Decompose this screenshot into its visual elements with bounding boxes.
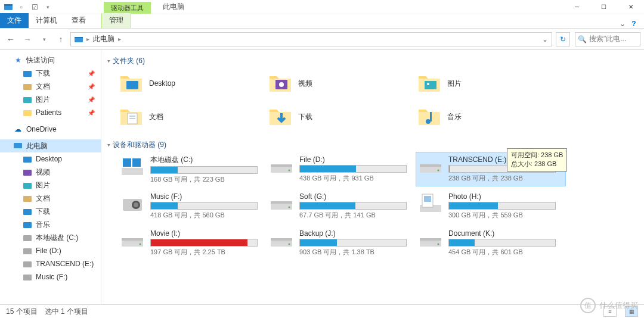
tab-computer[interactable]: 计算机	[29, 13, 64, 28]
svg-rect-8	[14, 143, 22, 148]
forward-button[interactable]: →	[20, 32, 35, 46]
navitem-pc-9[interactable]: Music (F:)	[0, 270, 101, 283]
folder-icon	[118, 104, 144, 130]
navitem-quick-2[interactable]: 图片📌	[0, 93, 101, 106]
drive-item[interactable]: Music (F:)418 GB 可用，共 560 GB	[118, 189, 267, 223]
minimize-button[interactable]: ─	[564, 0, 590, 14]
navitem-label: 图片	[36, 95, 50, 105]
recent-locations-button[interactable]: ▾	[37, 32, 51, 46]
navigation-pane[interactable]: ★ 快速访问 下载📌文档📌图片📌Patients📌 ☁ OneDrive 此电脑…	[0, 50, 101, 304]
up-button[interactable]: ↑	[54, 32, 68, 46]
drive-name: Music (F:)	[150, 192, 266, 201]
tab-view[interactable]: 查看	[64, 13, 93, 28]
svg-rect-15	[23, 235, 32, 241]
drive-item[interactable]: Photo (H:)300 GB 可用，共 559 GB	[416, 189, 565, 223]
drive-icon	[268, 191, 295, 217]
help-icon[interactable]: ?	[630, 20, 644, 28]
svg-rect-54	[420, 238, 441, 241]
maximize-button[interactable]: ☐	[590, 0, 617, 14]
drive-item[interactable]: File (D:)438 GB 可用，共 931 GB	[267, 152, 416, 186]
drive-name: Soft (G:)	[299, 192, 415, 201]
folder-label: 音乐	[447, 112, 462, 122]
drive-item[interactable]: Movie (I:)197 GB 可用，共 2.25 TB	[118, 226, 267, 260]
drive-item[interactable]: 本地磁盘 (C:)168 GB 可用，共 223 GB	[118, 152, 267, 186]
folder-icon	[267, 70, 293, 96]
svg-rect-12	[23, 196, 32, 202]
navitem-quick-1[interactable]: 文档📌	[0, 80, 101, 93]
ribbon-collapse-icon[interactable]: ⌄	[615, 20, 630, 28]
group-header-folders[interactable]: ▸ 文件夹 (6)	[107, 54, 638, 68]
back-button[interactable]: ←	[4, 32, 18, 46]
qat-checkbox-icon[interactable]: ☑	[30, 2, 39, 12]
breadcrumb-sep-icon[interactable]: ▸	[85, 36, 91, 42]
folder-item[interactable]: 图片	[416, 68, 565, 98]
folder-item[interactable]: 视频	[267, 68, 416, 98]
address-bar[interactable]: ▸ 此电脑 ▸ ⌄	[70, 32, 552, 46]
navitem-pc-7[interactable]: File (D:)	[0, 244, 101, 257]
navitem-pc-5[interactable]: 音乐	[0, 218, 101, 231]
pc-icon	[13, 141, 23, 151]
drive-name: File (D:)	[299, 155, 415, 164]
drive-item[interactable]: Backup (J:)903 GB 可用，共 1.38 TB	[267, 226, 416, 260]
drive-item[interactable]: Soft (G:)67.7 GB 可用，共 141 GB	[267, 189, 416, 223]
qat-properties-icon[interactable]: ▫	[17, 2, 26, 12]
tab-manage[interactable]: 管理	[101, 13, 131, 28]
drive-icon	[268, 227, 295, 254]
chevron-down-icon: ▸	[106, 144, 112, 146]
drive-name: Movie (I:)	[150, 229, 266, 238]
svg-point-43	[289, 207, 290, 208]
svg-rect-11	[23, 183, 32, 189]
pin-icon: 📌	[88, 96, 95, 103]
navitem-pc-4[interactable]: 下载	[0, 205, 101, 218]
app-icon	[4, 2, 13, 12]
navitem-pc-1[interactable]: 视频	[0, 166, 101, 179]
navitem-pc-8[interactable]: TRANSCEND (E:)	[0, 257, 101, 270]
tab-file[interactable]: 文件	[0, 13, 29, 28]
window-title: 此电脑	[163, 2, 184, 12]
navitem-quick-0[interactable]: 下载📌	[0, 67, 101, 80]
folder-item[interactable]: 下载	[267, 102, 416, 132]
navitem-pc-2[interactable]: 图片	[0, 179, 101, 192]
search-placeholder: 搜索"此电...	[589, 34, 626, 44]
folder-icon	[23, 95, 32, 104]
svg-point-21	[279, 82, 284, 87]
folder-icon	[416, 104, 442, 130]
drive-name: Photo (H:)	[448, 192, 564, 201]
navitem-quick-access[interactable]: ★ 快速访问	[0, 54, 101, 67]
navitem-label: File (D:)	[36, 247, 61, 255]
refresh-button[interactable]: ↻	[556, 32, 570, 46]
address-dropdown-icon[interactable]: ⌄	[540, 35, 550, 43]
breadcrumb-sep-icon[interactable]: ▸	[117, 36, 122, 42]
drive-name: Backup (J:)	[299, 229, 415, 238]
navitem-label: 图片	[36, 180, 50, 191]
navitem-quick-3[interactable]: Patients📌	[0, 106, 101, 119]
drive-icon	[417, 191, 444, 217]
svg-point-34	[289, 170, 290, 172]
navitem-pc-3[interactable]: 文档	[0, 192, 101, 205]
item-icon	[23, 207, 32, 216]
item-icon	[23, 246, 32, 255]
svg-rect-13	[23, 209, 32, 215]
folder-item[interactable]: 音乐	[416, 102, 565, 132]
folder-item[interactable]: Desktop	[118, 68, 267, 98]
drive-status: 903 GB 可用，共 1.38 TB	[299, 248, 415, 257]
nav-bar: ← → ▾ ↑ ▸ 此电脑 ▸ ⌄ ↻ 🔍 搜索"此电...	[0, 29, 644, 50]
svg-rect-3	[75, 37, 83, 38]
close-button[interactable]: ✕	[617, 0, 644, 14]
drive-status: 168 GB 可用，共 223 GB	[150, 175, 266, 184]
titlebar: ▫ ☑ ▾ 驱动器工具 此电脑 ─ ☐ ✕	[0, 0, 644, 14]
contextual-tab-header: 驱动器工具	[104, 2, 151, 14]
drive-item[interactable]: Document (K:)454 GB 可用，共 601 GB	[416, 226, 565, 260]
navitem-pc-0[interactable]: Desktop	[0, 152, 101, 166]
qat-overflow-icon[interactable]: ▾	[43, 2, 52, 12]
navitem-pc-6[interactable]: 本地磁盘 (C:)	[0, 231, 101, 244]
folder-item[interactable]: 文档	[118, 102, 267, 132]
navitem-onedrive[interactable]: ☁ OneDrive	[0, 123, 101, 136]
breadcrumb-root[interactable]: 此电脑	[91, 34, 117, 44]
search-input[interactable]: 🔍 搜索"此电...	[575, 32, 640, 46]
content-pane[interactable]: ▸ 文件夹 (6) Desktop视频图片文档下载音乐 ▸ 设备和驱动器 (9)…	[101, 50, 644, 304]
item-icon	[23, 233, 32, 242]
navitem-this-pc[interactable]: 此电脑	[0, 139, 101, 152]
folder-label: Desktop	[149, 79, 175, 88]
item-icon	[23, 259, 32, 269]
